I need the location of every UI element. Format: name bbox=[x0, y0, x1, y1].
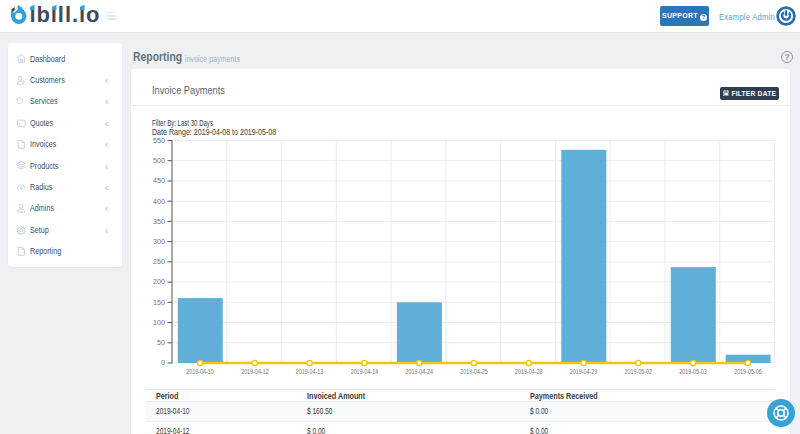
svg-text:2019-04-29: 2019-04-29 bbox=[570, 368, 598, 375]
svg-text:350: 350 bbox=[153, 218, 165, 225]
svg-text:2019-04-25: 2019-04-25 bbox=[460, 368, 488, 375]
svg-text:0: 0 bbox=[161, 359, 165, 366]
svg-text:200: 200 bbox=[153, 278, 165, 285]
svg-text:2019-05-02: 2019-05-02 bbox=[625, 368, 653, 375]
svg-text:50: 50 bbox=[157, 339, 165, 346]
svg-text:150: 150 bbox=[153, 299, 165, 306]
svg-text:400: 400 bbox=[153, 198, 165, 205]
svg-text:2019-04-14: 2019-04-14 bbox=[351, 368, 379, 375]
svg-text:550: 550 bbox=[153, 137, 165, 144]
svg-text:500: 500 bbox=[153, 157, 165, 164]
svg-text:2019-05-06: 2019-05-06 bbox=[734, 368, 762, 375]
svg-text:2019-04-10: 2019-04-10 bbox=[186, 368, 214, 375]
svg-text:450: 450 bbox=[153, 177, 165, 184]
svg-text:2019-04-24: 2019-04-24 bbox=[405, 368, 433, 375]
svg-text:300: 300 bbox=[153, 238, 165, 245]
svg-text:250: 250 bbox=[153, 258, 165, 265]
svg-text:100: 100 bbox=[153, 319, 165, 326]
svg-text:2019-04-12: 2019-04-12 bbox=[241, 368, 269, 375]
svg-text:2019-05-03: 2019-05-03 bbox=[679, 368, 707, 375]
svg-text:2019-04-13: 2019-04-13 bbox=[296, 368, 324, 375]
svg-text:2019-04-28: 2019-04-28 bbox=[515, 368, 543, 375]
